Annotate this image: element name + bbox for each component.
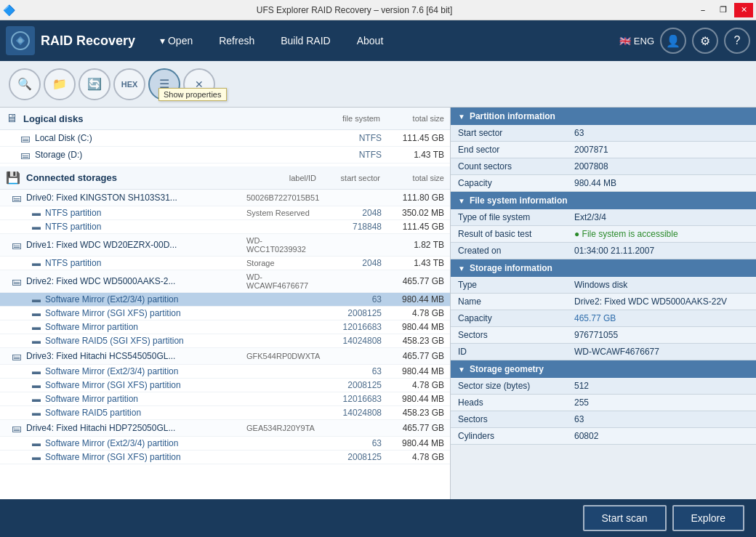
partition-info-section: ▼ Partition information Start sector 63 … <box>451 108 756 192</box>
open-menu[interactable]: ▾ Open <box>147 20 206 61</box>
part-icon3: ▬ <box>32 258 41 268</box>
capacity-row: Capacity 980.44 MB <box>451 175 756 192</box>
drive3-part3[interactable]: ▬ Software Mirror partition 12016683 980… <box>0 392 450 406</box>
restore-button[interactable]: ❐ <box>714 3 733 17</box>
end-sector-row: End sector 2007871 <box>451 142 756 158</box>
storage-name-row: Name Drive2: Fixed WDC WD5000AAKS-22V <box>451 294 756 310</box>
menubar: RAID Recovery ▾ Open Refresh Build RAID … <box>0 20 756 61</box>
storage-geometry-header: ▼ Storage geometry <box>451 360 756 378</box>
help-button[interactable]: ? <box>724 28 750 54</box>
flag-icon: 🇬🇧 <box>619 36 631 47</box>
main-content: 🖥 Logical disks file system total size 🖴… <box>0 108 756 499</box>
refresh-menu[interactable]: Refresh <box>206 20 268 61</box>
about-menu[interactable]: About <box>344 20 397 61</box>
part-icon7: ▬ <box>32 336 41 346</box>
close-tool-button[interactable]: ✕ <box>183 68 215 100</box>
folder-tool-button[interactable]: 📁 <box>44 68 76 100</box>
start-scan-button[interactable]: Start scan <box>583 505 667 531</box>
collapse-icon2: ▼ <box>458 197 465 205</box>
logical-disks-header: 🖥 Logical disks file system total size <box>0 108 450 130</box>
part-icon2: ▬ <box>32 222 41 232</box>
storage-geometry-label: Storage geometry <box>470 364 544 374</box>
storage-id-row: ID WD-WCAWF4676677 <box>451 344 756 360</box>
lang-label: ENG <box>634 36 654 47</box>
list-tool-button[interactable]: ☰ <box>148 68 180 100</box>
window-controls: − ❐ ✕ <box>693 3 753 17</box>
drive1-part1[interactable]: ▬ NTFS partition Storage 2048 1.43 TB <box>0 257 450 270</box>
part-icon11: ▬ <box>32 408 41 418</box>
part-icon12: ▬ <box>32 438 41 448</box>
storage-sectors-row: Sectors 976771055 <box>451 327 756 344</box>
language-selector[interactable]: 🇬🇧 ENG <box>619 36 654 47</box>
storage-info-section: ▼ Storage information Type Windows disk … <box>451 259 756 360</box>
drive2-part4[interactable]: ▬ Software RAID5 (SGI XFS) partition 140… <box>0 334 450 348</box>
hdd-icon: 🖴 <box>20 132 31 144</box>
sectors-row: Sectors 63 <box>451 411 756 428</box>
drive1-icon: 🖴 <box>12 239 22 251</box>
settings-button[interactable]: ⚙ <box>692 28 718 54</box>
drive0-icon: 🖴 <box>12 192 22 203</box>
partition-info-header: ▼ Partition information <box>451 108 756 125</box>
hdd-icon-d: 🖴 <box>20 149 31 161</box>
minimize-button[interactable]: − <box>693 3 712 17</box>
storage-capacity-row: Capacity 465.77 GB <box>451 310 756 327</box>
connected-storages-header: 💾 Connected storages label/ID start sect… <box>0 166 450 190</box>
menu-right: 🇬🇧 ENG 👤 ⚙ ? <box>619 28 750 54</box>
drive2-part3[interactable]: ▬ Software Mirror partition 12016683 980… <box>0 320 450 334</box>
cylinders-row: Cylinders 60802 <box>451 428 756 445</box>
account-button[interactable]: 👤 <box>660 28 686 54</box>
logo-svg <box>10 31 31 51</box>
statusbar: Start scan Explore <box>0 499 756 537</box>
basic-test-row: Result of basic test ● File system is ac… <box>451 226 756 243</box>
menu-items: ▾ Open Refresh Build RAID About <box>147 20 619 61</box>
drive2-icon: 🖴 <box>12 275 22 287</box>
left-panel: 🖥 Logical disks file system total size 🖴… <box>0 108 451 499</box>
drive0-part1[interactable]: ▬ NTFS partition System Reserved 2048 35… <box>0 206 450 220</box>
part-icon10: ▬ <box>32 394 41 404</box>
drive4-part1[interactable]: ▬ Software Mirror (Ext2/3/4) partition 6… <box>0 437 450 451</box>
drive2-part2[interactable]: ▬ Software Mirror (SGI XFS) partition 20… <box>0 307 450 320</box>
part-icon: ▬ <box>32 208 41 218</box>
part-icon4: ▬ <box>32 294 41 304</box>
brand: RAID Recovery <box>6 26 135 55</box>
part-icon13: ▬ <box>32 452 41 462</box>
logical-disks-title: Logical disks <box>23 113 302 124</box>
drive3-part1[interactable]: ▬ Software Mirror (Ext2/3/4) partition 6… <box>0 365 450 379</box>
partition-info-label: Partition information <box>470 111 555 121</box>
build-raid-menu[interactable]: Build RAID <box>268 20 343 61</box>
drive4-part2[interactable]: ▬ Software Mirror (SGI XFS) partition 20… <box>0 451 450 464</box>
search-tool-button[interactable]: 🔍 <box>9 68 41 100</box>
part-icon5: ▬ <box>32 308 41 318</box>
drive0-part2[interactable]: ▬ NTFS partition 718848 111.45 GB <box>0 220 450 234</box>
col-start-sector-label: start sector <box>322 174 380 182</box>
app-icon: 🔷 <box>3 4 15 16</box>
titlebar: 🔷 UFS Explorer RAID Recovery – version 7… <box>0 0 756 20</box>
drive3-icon: 🖴 <box>12 350 22 362</box>
drive3-part2[interactable]: ▬ Software Mirror (SGI XFS) partition 20… <box>0 379 450 392</box>
brand-icon <box>6 26 35 55</box>
storage-info-header: ▼ Storage information <box>451 259 756 277</box>
drive3-part4[interactable]: ▬ Software RAID5 partition 14024808 458.… <box>0 406 450 420</box>
drive4-item[interactable]: 🖴 Drive4: Fixed Hitachi HDP725050GL... G… <box>0 420 450 437</box>
part-icon9: ▬ <box>32 380 41 390</box>
connected-storages-icon: 💾 <box>6 171 20 185</box>
drive3-item[interactable]: 🖴 Drive3: Fixed Hitachi HCS545050GL... G… <box>0 348 450 365</box>
drive2-part1-selected[interactable]: ▬ Software Mirror (Ext2/3/4) partition 6… <box>0 293 450 307</box>
col-filesystem-label: file system <box>307 114 380 123</box>
local-disk-c[interactable]: 🖴 Local Disk (C:) NTFS 111.45 GB <box>0 130 450 147</box>
drive0-item[interactable]: 🖴 Drive0: Fixed KINGSTON SH103S31... 500… <box>0 190 450 206</box>
storage-geometry-section: ▼ Storage geometry Sector size (bytes) 5… <box>451 360 756 445</box>
count-sectors-row: Count sectors 2007808 <box>451 158 756 175</box>
explore-button[interactable]: Explore <box>672 505 744 531</box>
fs-type-row: Type of file system Ext2/3/4 <box>451 209 756 226</box>
right-panel: ▼ Partition information Start sector 63 … <box>451 108 756 499</box>
part-icon6: ▬ <box>32 322 41 332</box>
drive2-item[interactable]: 🖴 Drive2: Fixed WDC WD5000AAKS-2... WD-W… <box>0 270 450 293</box>
sync-tool-button[interactable]: 🔄 <box>79 68 110 100</box>
window-title: UFS Explorer RAID Recovery – version 7.6… <box>15 5 693 15</box>
storage-disk-d[interactable]: 🖴 Storage (D:) NTFS 1.43 TB <box>0 147 450 163</box>
hex-tool-button[interactable]: HEX <box>113 68 145 100</box>
drive1-item[interactable]: 🖴 Drive1: Fixed WDC WD20EZRX-00D... WD-W… <box>0 234 450 257</box>
brand-text: RAID Recovery <box>41 33 135 49</box>
close-button[interactable]: ✕ <box>734 3 753 17</box>
